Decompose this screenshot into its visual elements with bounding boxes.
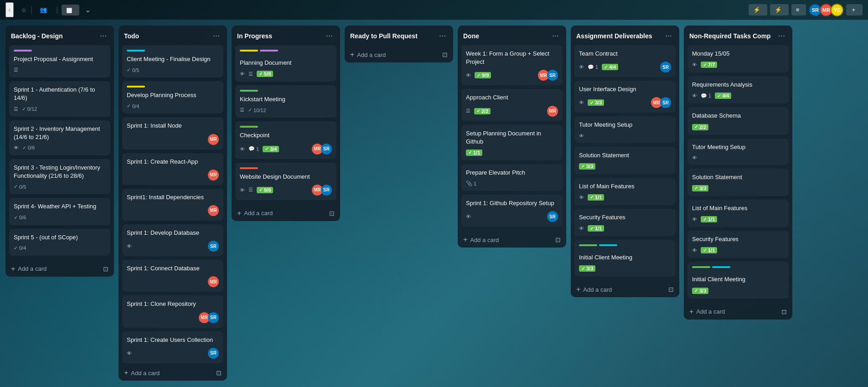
card[interactable]: Security Features👁✓ 1/1 <box>574 209 676 236</box>
card[interactable]: Sprint 1: Github Repository Setup👁SR <box>461 195 563 227</box>
card[interactable]: List of Main Features👁✓ 1/1 <box>687 200 789 227</box>
meta-item: 👁 <box>579 195 584 200</box>
card-footer: ✓ 0/5 <box>127 67 219 73</box>
power-ups-button[interactable]: ⚡ <box>749 4 767 15</box>
meta-item: 💬 1 <box>701 93 711 99</box>
card-avatar: SR <box>547 70 558 81</box>
card[interactable]: Sprint 1: Clone RepositoryMRSR <box>122 295 223 327</box>
card[interactable]: Setup Planning Document in Github✓ 1/1 <box>461 125 563 160</box>
card[interactable]: Sprint 1: Develop Database👁SR <box>122 224 223 256</box>
column-title: Done <box>463 32 479 40</box>
card-meta: 👁✓ 9/9 <box>466 72 491 78</box>
card[interactable]: Approach Client☰✓ 2/2MR <box>461 89 563 121</box>
meta-item: 👁 <box>240 146 245 152</box>
card-avatar: MR <box>208 276 219 287</box>
add-card-button[interactable]: +Add a card⊡ <box>232 206 340 221</box>
card[interactable]: Sprint 1: Create Users Collection👁SR <box>122 331 223 363</box>
card[interactable]: Project Proposal - Assignment☰ <box>9 45 110 77</box>
card-footer: ✓ 0/6 <box>14 215 106 221</box>
add-card-button[interactable]: +Add a card⊡ <box>458 232 566 248</box>
card-avatars: MR <box>547 106 558 117</box>
copy-icon[interactable]: ⊡ <box>668 286 674 293</box>
workspace-button[interactable]: 👥 <box>36 5 52 15</box>
card[interactable]: Sprint 4- Weather API + Testing✓ 0/6 <box>9 198 110 225</box>
column-menu-button[interactable]: ··· <box>437 30 448 41</box>
card[interactable]: Sprint 5 - (out of SCope)✓ 0/4 <box>9 229 110 256</box>
card[interactable]: Tutor Meeting Setup👁 <box>574 116 676 143</box>
copy-icon[interactable]: ⊡ <box>216 369 222 377</box>
card[interactable]: Checkpoint👁💬 1✓ 3/4MRSR <box>235 121 336 159</box>
card[interactable]: Solution Statement✓ 3/3 <box>687 169 789 196</box>
copy-icon[interactable]: ⊡ <box>442 51 448 58</box>
column-menu-button[interactable]: ··· <box>211 30 222 41</box>
card[interactable]: Planning Document👁☰✓ 5/8 <box>235 45 336 82</box>
card[interactable]: Develop Planning Process✓ 0/4 <box>122 81 223 114</box>
add-card-button[interactable]: +Add a card⊡ <box>345 47 453 62</box>
card[interactable]: User Interface Design👁✓ 3/3MRSR <box>574 81 676 113</box>
card-footer: ✓ 1/1 <box>466 150 558 156</box>
column-menu-button[interactable]: ··· <box>776 30 787 41</box>
share-button[interactable]: + <box>846 4 863 15</box>
card[interactable]: Sprint 3 - Testing Login/Inventory Funct… <box>9 159 110 194</box>
avatar-yc[interactable]: YC <box>831 4 843 16</box>
card[interactable]: Database Schema✓ 2/2 <box>687 107 789 134</box>
copy-icon[interactable]: ⊡ <box>781 308 787 315</box>
card[interactable]: Requirements Analysis👁💬 1✓ 4/4 <box>687 76 789 103</box>
card[interactable]: Security Features👁✓ 1/1 <box>687 231 789 258</box>
add-card-button[interactable]: +Add a card⊡ <box>684 304 792 320</box>
filter-button[interactable]: ≡ <box>791 4 806 15</box>
card[interactable]: Website Design Document👁☰✓ 9/9MRSR <box>235 163 336 200</box>
card[interactable]: List of Main Features👁✓ 1/1 <box>574 178 676 205</box>
card[interactable]: Sprint 1: Connect DatabaseMR <box>122 260 223 292</box>
back-button[interactable]: ‹ <box>5 2 14 17</box>
column-menu-button[interactable]: ··· <box>663 30 674 41</box>
column-ready-to-pull: Ready to Pull Request···+Add a card⊡ <box>345 26 453 62</box>
column-menu-button[interactable]: ··· <box>324 30 335 41</box>
card[interactable]: Sprint1: Install DependenciesMR <box>122 189 223 221</box>
card[interactable]: Team Contract👁💬 1✓ 4/4SR <box>574 45 676 77</box>
card[interactable]: Sprint 2 - Inventory Management (14/6 to… <box>9 120 110 155</box>
card[interactable]: Initial Client Meeting✓ 3/3 <box>687 262 789 298</box>
card-footer: ✓ 3/3 <box>579 265 671 272</box>
board-view-button[interactable]: ▦ <box>62 5 79 15</box>
automation-button[interactable]: ⚡ <box>770 4 789 15</box>
copy-icon[interactable]: ⊡ <box>329 210 335 217</box>
column-menu-button[interactable]: ··· <box>98 30 108 41</box>
card-label <box>240 167 258 169</box>
add-card-button[interactable]: +Add a card⊡ <box>5 261 114 277</box>
add-icon: + <box>237 209 241 217</box>
add-card-button[interactable]: +Add a card⊡ <box>571 282 679 297</box>
card-footer: ✓ 3/3 <box>692 288 784 294</box>
card-meta: ✓ 3/3 <box>579 265 595 272</box>
copy-icon[interactable]: ⊡ <box>555 236 561 243</box>
card[interactable]: Sprint 1: Create React-AppMR <box>122 153 223 185</box>
add-card-button[interactable]: +Add a card⊡ <box>119 365 227 381</box>
card-footer: 📎 1 <box>466 181 558 186</box>
card[interactable]: Sprint 1: Install NodeMR <box>122 117 223 149</box>
card[interactable]: Initial Client Meeting✓ 3/3 <box>574 240 676 276</box>
meta-item: 👁 <box>579 64 584 70</box>
meta-item: 👁 <box>466 72 471 78</box>
view-chevron-button[interactable]: ⌄ <box>83 4 93 16</box>
card[interactable]: Sprint 1 - Authentication (7/6 to 14/6)☰… <box>9 81 110 116</box>
card-badge: ✓ 5/8 <box>257 71 273 77</box>
add-icon: + <box>576 285 580 294</box>
card[interactable]: Week 1: Form a Group + Select Project👁✓ … <box>461 45 563 85</box>
copy-icon[interactable]: ⊡ <box>103 265 108 273</box>
card-meta: ✓ 0/4 <box>14 245 26 251</box>
card[interactable]: Monday 15/05👁✓ 7/7 <box>687 45 789 72</box>
card-badge: ✓ 3/3 <box>588 99 604 106</box>
column-cards: Monday 15/05👁✓ 7/7Requirements Analysis👁… <box>684 45 792 302</box>
card-title: Website Design Document <box>240 173 332 181</box>
star-icon[interactable]: ☆ <box>21 6 27 14</box>
column-cards: Week 1: Form a Group + Select Project👁✓ … <box>458 45 566 230</box>
card[interactable]: Solution Statement✓ 3/3 <box>574 147 676 174</box>
card-meta: 👁 <box>127 351 132 356</box>
card[interactable]: Client Meeting - Finalise Design✓ 0/5 <box>122 45 223 77</box>
card[interactable]: Prepare Elevator Pitch📎 1 <box>461 164 563 191</box>
card[interactable]: Kickstart Meeting☰✓ 10/12 <box>235 85 336 118</box>
card-avatars: MRSR <box>651 97 671 108</box>
card-avatar: MR <box>208 170 219 181</box>
card[interactable]: Tutor Meeting Setup👁 <box>687 139 789 165</box>
column-menu-button[interactable]: ··· <box>550 30 561 41</box>
